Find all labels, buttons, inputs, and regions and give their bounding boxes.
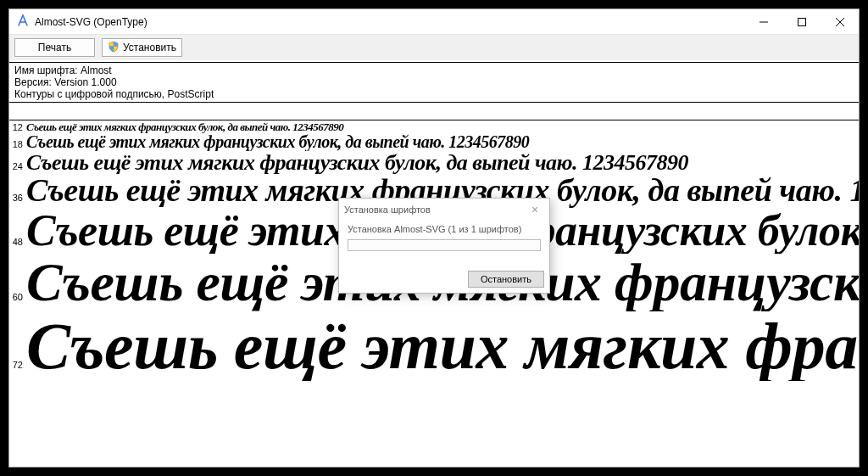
svg-rect-1 — [798, 18, 805, 25]
stop-button[interactable]: Остановить — [468, 271, 544, 288]
size-label: 12 — [11, 122, 26, 132]
stop-button-label: Остановить — [481, 274, 531, 284]
size-label: 18 — [11, 139, 26, 149]
close-icon: × — [531, 203, 538, 216]
size-label: 36 — [11, 193, 26, 203]
dialog-title: Установка шрифтов — [344, 204, 431, 215]
sample-row: 12 Съешь ещё этих мягких французских бул… — [9, 121, 859, 133]
meta-outline: Контуры с цифровой подписью, PostScript — [14, 88, 854, 100]
size-label: 72 — [11, 360, 26, 370]
sample-text: Съешь ещё этих мягких французских булок,… — [26, 151, 688, 174]
print-button[interactable]: Печать — [14, 38, 95, 57]
install-font-dialog: Установка шрифтов × Установка Almost-SVG… — [338, 198, 550, 294]
font-viewer-window: Almost-SVG (OpenType) Печать Установить … — [8, 8, 860, 468]
shield-icon — [108, 41, 120, 55]
close-button[interactable] — [821, 10, 859, 34]
dialog-close-button[interactable]: × — [526, 201, 544, 218]
font-metadata: Имя шрифта: Almost Версия: Version 1.000… — [9, 63, 859, 100]
sample-row: 18 Съешь ещё этих мягких французских бул… — [9, 133, 859, 151]
toolbar: Печать Установить — [9, 35, 859, 60]
maximize-button[interactable] — [782, 10, 821, 34]
titlebar: Almost-SVG (OpenType) — [9, 9, 859, 35]
sample-row: 72 Съешь ещё этих мягких французских бул… — [9, 311, 859, 381]
window-title: Almost-SVG (OpenType) — [35, 16, 147, 28]
dialog-titlebar: Установка шрифтов × — [339, 199, 549, 221]
dialog-body: Установка Almost-SVG (1 из 1 шрифтов) — [339, 221, 549, 255]
meta-version: Версия: Version 1.000 — [14, 76, 854, 88]
sample-row: 24 Съешь ещё этих мягких французских бул… — [9, 151, 859, 174]
sample-text: Съешь ещё этих мягких французских булок,… — [26, 133, 529, 151]
meta-name: Имя шрифта: Almost — [14, 64, 854, 76]
print-button-label: Печать — [38, 42, 71, 53]
progress-bar — [348, 239, 541, 251]
dialog-message: Установка Almost-SVG (1 из 1 шрифтов) — [348, 224, 541, 234]
install-button[interactable]: Установить — [102, 38, 182, 57]
sample-text: Съешь ещё этих мягких французских булок,… — [26, 311, 859, 381]
size-label: 48 — [11, 237, 26, 247]
sample-text: Съешь ещё этих мягких французских булок,… — [26, 121, 343, 133]
minimize-button[interactable] — [744, 10, 782, 34]
dialog-footer: Остановить — [339, 266, 549, 293]
size-label: 24 — [11, 161, 26, 171]
app-icon — [16, 14, 30, 30]
size-label: 60 — [11, 292, 26, 302]
window-controls — [744, 10, 859, 34]
install-button-label: Установить — [123, 42, 176, 53]
